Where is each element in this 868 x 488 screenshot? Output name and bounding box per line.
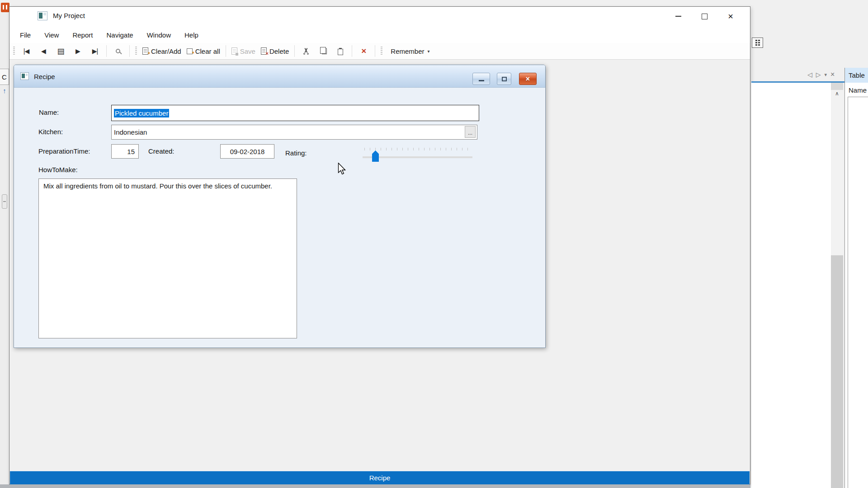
previous-record-button[interactable]: ◀ [38, 45, 49, 57]
copy-icon [322, 48, 327, 54]
add-star-icon: * [148, 52, 150, 57]
clear-add-icon: * [142, 47, 148, 55]
disk-icon [236, 53, 238, 56]
collapsed-panel-tab[interactable]: C [0, 69, 9, 85]
preparation-time-input[interactable]: 15 [111, 144, 139, 159]
created-label: Created: [148, 147, 175, 155]
chevron-down-icon: ▾ [427, 49, 429, 54]
next-record-button[interactable]: ▶ [72, 45, 84, 57]
app-window-icon [38, 11, 47, 20]
slider-track[interactable] [363, 156, 472, 158]
remember-dropdown[interactable]: Remember ▾ [388, 46, 432, 57]
recipe-titlebar[interactable]: Recipe × [14, 65, 545, 88]
table-panel-header[interactable]: Table [845, 68, 868, 83]
kitchen-input-value: Indonesian [114, 128, 147, 136]
first-record-button[interactable]: |◀ [20, 45, 32, 57]
scrollbar-segment [831, 83, 843, 90]
clear-all-icon: * [187, 48, 193, 54]
scrollbar-thumb[interactable] [831, 255, 843, 488]
table-name-label: Name [849, 86, 867, 94]
tab-list-icon[interactable]: ▾ [825, 72, 827, 78]
kitchen-label: Kitchen: [38, 128, 63, 136]
how-to-make-text: Mix all ingredients from oil to mustard.… [43, 182, 272, 190]
restore-icon [502, 77, 507, 81]
table-grid[interactable] [848, 97, 868, 488]
recipe-minimize-button[interactable] [472, 73, 490, 85]
tab-scroll-left-icon[interactable]: ◁ [807, 71, 812, 78]
toolbar-separator [352, 45, 352, 57]
minimize-icon [675, 16, 681, 17]
delete-button[interactable]: × Delete [261, 47, 289, 55]
created-input[interactable]: 09-02-2018 [220, 144, 274, 159]
created-value: 09-02-2018 [230, 148, 265, 155]
last-record-button[interactable]: ▶| [89, 45, 101, 57]
how-to-make-textarea[interactable]: Mix all ingredients from oil to mustard.… [38, 178, 297, 338]
search-icon [116, 49, 120, 53]
toolbar-separator [226, 45, 226, 57]
menu-help[interactable]: Help [178, 29, 205, 41]
kitchen-input[interactable]: Indonesian ... [111, 125, 477, 140]
menu-navigate[interactable]: Navigate [99, 29, 140, 41]
rating-slider[interactable] [363, 148, 473, 164]
main-window: My Project × File View Report Navigate W… [9, 6, 750, 484]
recipe-restore-button[interactable] [497, 73, 511, 85]
toolbar-grip[interactable] [13, 47, 15, 56]
toolbar-grip[interactable] [381, 47, 382, 56]
name-label: Name: [39, 108, 59, 116]
tab-scroll-right-icon[interactable]: ▷ [816, 71, 821, 78]
paste-button[interactable] [335, 45, 346, 57]
kitchen-browse-button[interactable]: ... [465, 126, 476, 138]
menubar: File View Report Navigate Window Help [9, 27, 750, 43]
recipe-window-icon [20, 72, 29, 80]
how-to-make-label: HowToMake: [38, 166, 78, 174]
slider-thumb[interactable] [372, 150, 379, 162]
toolbar-separator [294, 45, 295, 57]
add-star-icon: * [192, 51, 194, 56]
menu-view[interactable]: View [38, 29, 66, 41]
menu-file[interactable]: File [13, 29, 38, 41]
record-list-button[interactable]: ▤ [55, 45, 66, 57]
cut-button[interactable] [300, 45, 312, 57]
toolbar-grip[interactable] [135, 47, 137, 56]
toolbar-separator [375, 45, 375, 57]
recipe-window: Recipe × Name: Pickled cucumber Kitchen:… [14, 65, 546, 348]
close-button[interactable]: × [717, 9, 744, 23]
maximize-icon [702, 14, 708, 19]
preparation-time-value: 15 [127, 148, 135, 155]
menu-window[interactable]: Window [140, 29, 178, 41]
menu-report[interactable]: Report [66, 29, 99, 41]
table-name-header[interactable]: Name [845, 84, 868, 96]
preparation-time-label: PreparationTime: [38, 147, 90, 155]
mdi-recipe-bar[interactable]: Recipe [10, 471, 750, 484]
save-button[interactable]: Save [231, 47, 255, 55]
screen: C ↑ My Project × File View Report Naviga… [0, 0, 868, 488]
table-panel: Table Name [845, 68, 868, 488]
collapsed-side-panel: C ↑ [0, 14, 9, 484]
cancel-button[interactable]: × [358, 45, 369, 57]
tab-close-icon[interactable]: × [830, 70, 835, 79]
paste-icon [338, 49, 343, 55]
collapsed-panel-tab-label: C [2, 73, 7, 81]
recipe-close-button[interactable]: × [519, 73, 537, 85]
red-x-icon: × [266, 51, 269, 56]
copy-button[interactable] [317, 45, 329, 57]
name-input[interactable]: Pickled cucumber [111, 105, 479, 121]
clear-all-button[interactable]: * Clear all [187, 47, 220, 55]
splitter-handle[interactable] [2, 194, 7, 209]
vertical-scrollbar[interactable]: ∧ [831, 83, 843, 488]
table-view-icon[interactable] [752, 38, 763, 48]
minimize-button[interactable] [665, 9, 691, 23]
close-icon: × [728, 11, 733, 22]
scroll-up-icon[interactable]: ∧ [831, 90, 843, 99]
background-app-icon[interactable] [1, 3, 9, 12]
maximize-button[interactable] [691, 9, 717, 23]
clear-add-button[interactable]: * Clear/Add [142, 47, 181, 55]
minimize-icon [479, 80, 484, 81]
mdi-recipe-bar-label: Recipe [369, 474, 391, 482]
rating-label: Rating: [285, 149, 307, 157]
main-titlebar[interactable]: My Project × [9, 7, 750, 27]
bottom-strip [0, 484, 750, 488]
search-button[interactable] [112, 45, 124, 57]
slider-ticks [364, 148, 472, 150]
pin-icon[interactable]: ↑ [1, 87, 8, 97]
